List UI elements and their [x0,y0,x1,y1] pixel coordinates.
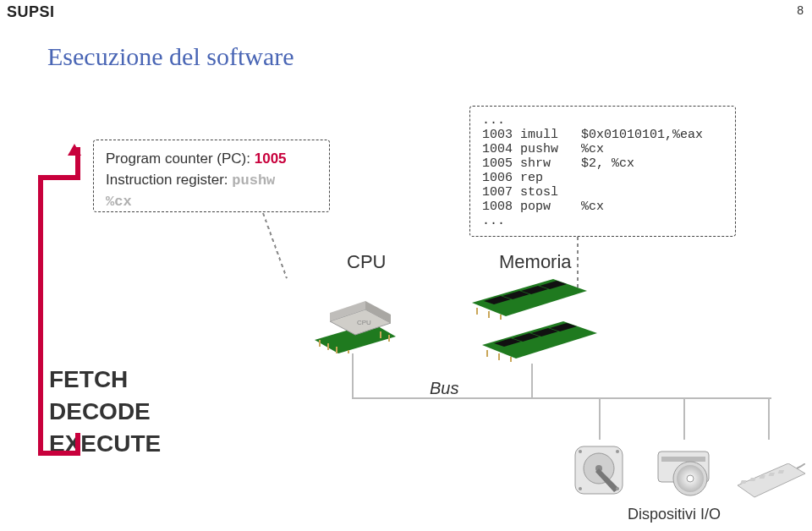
mem-row: 1005 shrw $2, %cx [482,156,723,171]
page-number: 8 [797,3,804,17]
svg-point-39 [687,475,694,482]
svg-marker-11 [472,279,587,316]
mem-row: ... [482,214,723,228]
cpu-label: CPU [347,251,386,273]
io-label: Dispositivi I/O [628,506,721,523]
ir-register: %cx [106,194,132,210]
mem-row: 1006 rep [482,171,723,185]
bus-line [599,397,601,440]
memory-label: Memoria [499,251,572,273]
svg-marker-40 [738,463,805,497]
bus-label: Bus [430,379,458,398]
memory-listing-box: ... 1003 imull $0x01010101,%eax 1004 pus… [469,106,736,237]
cpu-box-connector [262,213,288,279]
optical-drive-icon [653,440,714,501]
pc-value: 1005 [255,151,287,167]
ir-label: Instruction register: [106,172,232,188]
bus-line [352,353,354,397]
keyboard-icon [738,463,805,499]
mem-row: ... [482,113,723,128]
bus-line [352,397,771,399]
svg-rect-36 [661,457,705,462]
ram-stick-icon [482,321,597,362]
pc-label: Program counter (PC): [106,151,255,167]
brand-logo: SUPSI [7,3,55,21]
loop-arrow-icon [34,144,83,465]
mem-row: 1008 popw %cx [482,200,723,214]
mem-row: 1003 imull $0x01010101,%eax [482,128,723,142]
hdd-icon [568,440,629,501]
bus-line [683,397,685,440]
ram-stick-icon [472,279,587,320]
mem-row: 1004 pushw %cx [482,142,723,156]
cpu-state-box: Program counter (PC): 1005 Instruction r… [93,140,330,212]
mem-row: 1007 stosl [482,185,723,200]
page-title: Esecuzione del software [47,42,294,71]
cpu-chip-icon: CPU [315,279,396,353]
svg-point-33 [579,487,582,490]
svg-point-34 [616,487,619,490]
svg-point-31 [579,450,582,453]
svg-marker-19 [482,321,597,359]
ir-value: pushw [232,172,275,189]
bus-line [531,364,533,397]
svg-point-32 [616,450,619,453]
bus-line [768,397,770,440]
svg-text:CPU: CPU [357,319,371,326]
